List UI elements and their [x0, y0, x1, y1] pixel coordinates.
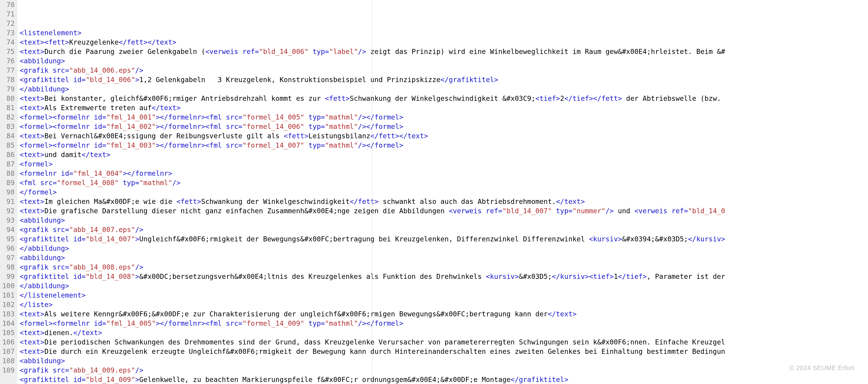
- xml-attr: typ=: [304, 113, 325, 121]
- xml-tag: />: [135, 66, 144, 74]
- xml-tag: <kursiv>: [486, 272, 519, 280]
- xml-text: Als weitere Kenngr&#x00F6;&#x00DF;e zur …: [44, 310, 548, 318]
- xml-text: Die periodischen Schwankungen des Drehmo…: [44, 338, 725, 346]
- code-line[interactable]: <text>Die periodischen Schwankungen des …: [20, 337, 868, 347]
- xml-tag: <text>: [20, 151, 44, 159]
- xml-attr: id=: [57, 169, 73, 177]
- code-line[interactable]: <text>Die grafische Darstellung dieser n…: [20, 206, 868, 215]
- code-line[interactable]: </formel>: [20, 187, 868, 197]
- code-line[interactable]: <text>Bei Vernachl&#x00E4;ssigung der Re…: [20, 131, 868, 141]
- line-number: 97: [0, 253, 14, 262]
- line-number: 101: [0, 291, 14, 300]
- line-number: 72: [0, 19, 14, 28]
- code-area[interactable]: <listenelement><text><fett>Kreuzgelenke<…: [18, 0, 868, 384]
- code-line[interactable]: </liste>: [20, 300, 868, 309]
- xml-text: und damit: [44, 151, 82, 159]
- line-number: 74: [0, 37, 14, 47]
- xml-attr: src=: [222, 141, 242, 149]
- xml-value: "fml_14_005": [106, 319, 156, 327]
- xml-tag: <text>: [20, 329, 44, 337]
- xml-text: Gelenkwelle, zu beachten Markierungspfei…: [140, 376, 511, 384]
- xml-value: "mathml": [325, 141, 358, 149]
- code-line[interactable]: <formelnr id="fml_14_004"></formelnr>: [20, 169, 868, 178]
- code-line[interactable]: <text>Im gleichen Ma&#x00DF;e wie die <f…: [20, 197, 868, 206]
- xml-tag: ></formelnr><fml: [156, 141, 222, 149]
- code-line[interactable]: <text>Als weitere Kenngr&#x00F6;&#x00DF;…: [20, 309, 868, 319]
- xml-text: der Abtriebswelle (bzw.: [622, 94, 721, 102]
- xml-value: "fml_14_004": [73, 169, 123, 177]
- code-line[interactable]: <formel><formelnr id="fml_14_003"></form…: [20, 141, 868, 150]
- code-line[interactable]: <grafiktitel id="bld_14_009">Gelenkwelle…: [20, 375, 868, 384]
- code-line[interactable]: <listenelement>: [20, 28, 868, 37]
- xml-attr: src=: [222, 122, 242, 130]
- code-line[interactable]: <formel><formelnr id="fml_14_001"></form…: [20, 113, 868, 122]
- xml-attr: typ=: [308, 48, 329, 56]
- code-line[interactable]: <formel>: [20, 159, 868, 169]
- xml-tag: <formel><formelnr: [20, 122, 90, 130]
- xml-attr: ref=: [482, 207, 502, 215]
- xml-tag: <abbildung>: [20, 357, 65, 365]
- xml-value: "bld_14_007": [86, 235, 135, 243]
- xml-tag: ></formelnr><fml: [156, 319, 222, 327]
- code-line[interactable]: </abbildung>: [20, 84, 868, 94]
- code-line[interactable]: <text>und damit</text>: [20, 150, 868, 159]
- xml-value: "bld_14_008": [86, 272, 135, 280]
- xml-value: "fml_14_002": [106, 122, 156, 130]
- code-line[interactable]: <abbildung>: [20, 253, 868, 262]
- code-line[interactable]: <fml src="formel_14_008" typ="mathml"/>: [20, 178, 868, 187]
- xml-tag: <formel><formelnr: [20, 141, 90, 149]
- xml-tag: /></formel>: [358, 122, 403, 130]
- line-number: 94: [0, 225, 14, 234]
- copyright-watermark: © 2024 SEUME Erfurt: [789, 363, 854, 373]
- code-line[interactable]: </listenelement>: [20, 291, 868, 300]
- xml-value: "fml_14_001": [106, 113, 156, 121]
- code-line[interactable]: <text>Die durch ein Kreuzgelenk erzeugte…: [20, 347, 868, 356]
- code-line[interactable]: <grafik src="abb_14_007.eps"/>: [20, 225, 868, 234]
- code-line[interactable]: <abbildung>: [20, 356, 868, 365]
- code-editor[interactable]: 7071727374757677787980818283848586878889…: [0, 0, 868, 384]
- code-line[interactable]: <text>Bei konstanter, gleichf&#x00F6;rmi…: [20, 94, 868, 103]
- xml-text: Bei Vernachl&#x00E4;ssigung der Reibungs…: [44, 132, 284, 140]
- code-line[interactable]: <abbildung>: [20, 56, 868, 66]
- code-line[interactable]: <grafiktitel id="bld_14_007">Ungleichf&#…: [20, 234, 868, 244]
- xml-tag: </kursiv>: [688, 235, 725, 243]
- line-number: 85: [0, 141, 14, 150]
- code-line[interactable]: <abbildung>: [20, 215, 868, 225]
- xml-attr: id=: [90, 141, 106, 149]
- code-line[interactable]: <text>Durch die Paarung zweier Gelenkgab…: [20, 47, 868, 56]
- line-number: 87: [0, 159, 14, 169]
- code-line[interactable]: <formel><formelnr id="fml_14_005"></form…: [20, 319, 868, 328]
- code-line[interactable]: <grafik src="abb_14_009.eps"/>: [20, 365, 868, 375]
- line-number: 107: [0, 347, 14, 356]
- xml-tag: </text>: [548, 310, 577, 318]
- line-number: 89: [0, 178, 14, 187]
- xml-tag: ></formelnr>: [123, 169, 173, 177]
- code-line[interactable]: </abbildung>: [20, 281, 868, 291]
- xml-tag: </fett></text>: [119, 38, 177, 46]
- code-line[interactable]: <text>dienen.</text>: [20, 328, 868, 337]
- xml-tag: </fett></text>: [370, 132, 428, 140]
- code-line[interactable]: <text>Als Extremwerte treten auf</text>: [20, 103, 868, 113]
- xml-tag: />: [135, 263, 144, 271]
- code-line[interactable]: <formel><formelnr id="fml_14_002"></form…: [20, 122, 868, 131]
- line-number: 80: [0, 94, 14, 103]
- xml-tag: <grafiktitel: [20, 76, 69, 84]
- xml-attr: src=: [49, 263, 69, 271]
- code-line[interactable]: <text><fett>Kreuzgelenke</fett></text>: [20, 37, 868, 47]
- xml-tag: <fml: [20, 179, 36, 187]
- xml-tag: <formelnr: [20, 169, 57, 177]
- code-line[interactable]: </abbildung>: [20, 244, 868, 253]
- xml-value: "formel_14_009": [242, 319, 304, 327]
- code-line[interactable]: <grafik src="abb_14_008.eps"/>: [20, 262, 868, 272]
- xml-attr: src=: [222, 113, 242, 121]
- code-line[interactable]: <grafiktitel id="bld_14_008">&#x00DC;ber…: [20, 272, 868, 281]
- xml-attr: src=: [36, 179, 57, 187]
- line-number: 109: [0, 365, 14, 375]
- xml-text: Bei konstanter, gleichf&#x00F6;rmiger An…: [44, 94, 325, 102]
- xml-tag: <formel><formelnr: [20, 319, 90, 327]
- xml-tag: />: [135, 226, 144, 234]
- code-line[interactable]: <grafiktitel id="bld_14_006">1,2 Gelenkg…: [20, 75, 868, 84]
- code-line[interactable]: <grafik src="abb_14_006.eps"/>: [20, 66, 868, 75]
- xml-tag: <fett>: [325, 94, 350, 102]
- line-number: 96: [0, 244, 14, 253]
